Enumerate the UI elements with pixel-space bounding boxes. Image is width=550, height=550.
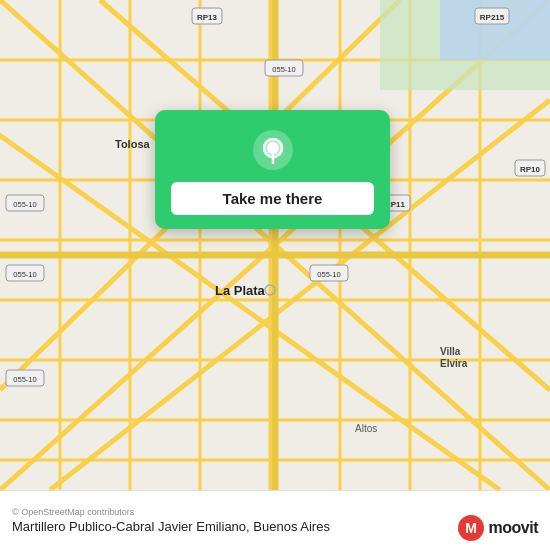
moovit-icon: M (457, 514, 485, 542)
svg-text:Villa: Villa (440, 346, 461, 357)
svg-text:Elvira: Elvira (440, 358, 468, 369)
moovit-text: moovit (489, 519, 538, 537)
moovit-logo: M moovit (457, 514, 538, 542)
svg-point-54 (269, 144, 277, 152)
svg-text:055-10: 055-10 (272, 65, 295, 74)
location-pin-icon (251, 128, 295, 172)
svg-text:055-10: 055-10 (13, 270, 36, 279)
map-area: RP13 RP215 RP11 RP10 055-10 055-10 055-1… (0, 0, 550, 490)
svg-text:055-10: 055-10 (317, 270, 340, 279)
svg-text:RP10: RP10 (520, 165, 541, 174)
svg-text:M: M (465, 520, 477, 536)
svg-text:Tolosa: Tolosa (115, 138, 151, 150)
svg-text:RP13: RP13 (197, 13, 218, 22)
svg-text:La Plata: La Plata (215, 283, 266, 298)
location-card: Take me there (155, 110, 390, 229)
svg-text:055-10: 055-10 (13, 375, 36, 384)
svg-text:RP215: RP215 (480, 13, 505, 22)
svg-text:055-10: 055-10 (13, 200, 36, 209)
take-me-there-button[interactable]: Take me there (171, 182, 374, 215)
svg-text:Altos: Altos (355, 423, 377, 434)
